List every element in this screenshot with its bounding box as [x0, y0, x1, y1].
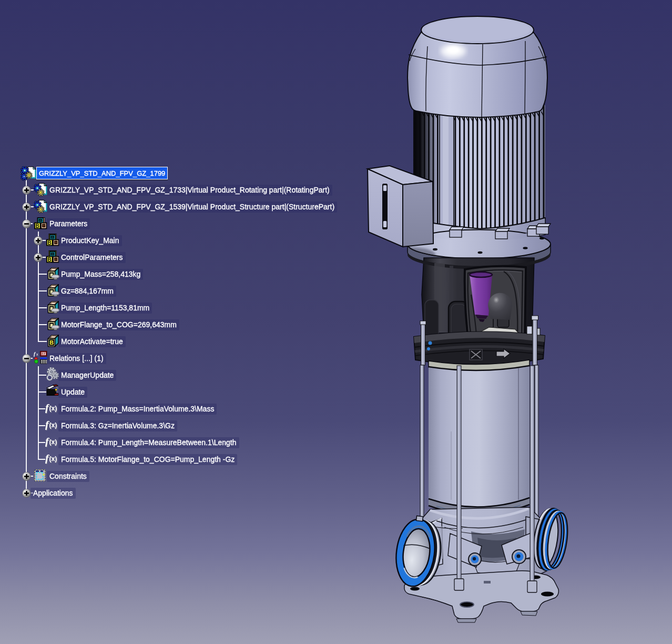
svg-text:x: x [36, 353, 38, 356]
svg-text:B: B [36, 223, 39, 229]
svg-text:B: B [48, 240, 52, 246]
svg-text:(x): (x) [49, 455, 57, 462]
svg-text:(x): (x) [49, 405, 57, 412]
svg-text:(x): (x) [49, 438, 57, 446]
svg-text:(x): (x) [49, 421, 57, 429]
svg-text:B: B [48, 257, 52, 263]
svg-text:B: B [49, 339, 54, 346]
